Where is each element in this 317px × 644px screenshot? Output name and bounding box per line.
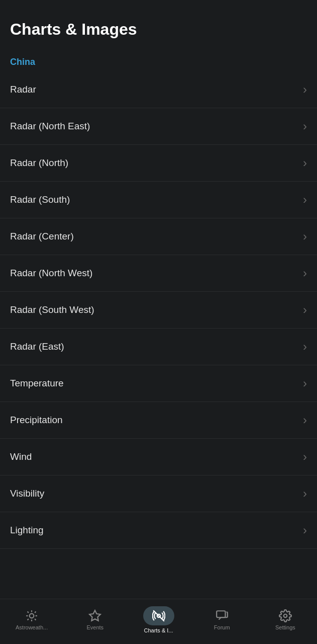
menu-item-label: Lighting [10, 525, 44, 536]
svg-point-13 [284, 614, 287, 617]
menu-item[interactable]: Radar (South West) [0, 292, 317, 329]
menu-item[interactable]: Visibility [0, 475, 317, 512]
forum-icon [216, 609, 229, 622]
nav-label-events: Events [86, 624, 103, 630]
chevron-right-icon [303, 376, 307, 390]
svg-line-8 [28, 619, 29, 620]
nav-item-forum[interactable]: Forum [190, 609, 254, 630]
menu-item-label: Wind [10, 451, 32, 462]
menu-item[interactable]: Radar [0, 71, 317, 108]
nav-item-settings[interactable]: Settings [254, 609, 317, 630]
svg-line-6 [35, 619, 36, 620]
main-content: Charts & Images China RadarRadar (North … [0, 0, 317, 599]
menu-item[interactable]: Radar (North West) [0, 255, 317, 292]
chevron-right-icon [303, 229, 307, 244]
menu-item-label: Radar (North) [10, 157, 68, 169]
nav-label-forum: Forum [214, 624, 230, 630]
sun-icon [25, 609, 38, 622]
menu-item-label: Temperature [10, 378, 64, 389]
menu-list: RadarRadar (North East)Radar (North)Rada… [0, 71, 317, 549]
chevron-right-icon [303, 340, 307, 354]
menu-item[interactable]: Precipitation [0, 402, 317, 439]
svg-line-7 [35, 611, 36, 612]
nav-label-settings: Settings [275, 624, 295, 630]
nav-label-astroweather: Astroweath... [16, 624, 48, 630]
nav-item-astroweather[interactable]: Astroweath... [0, 609, 63, 630]
menu-item[interactable]: Lighting [0, 512, 317, 549]
page-header: Charts & Images [0, 0, 317, 49]
svg-marker-9 [89, 610, 100, 621]
menu-item-label: Radar (North West) [10, 268, 92, 279]
star-icon [88, 609, 101, 622]
menu-item[interactable]: Temperature [0, 365, 317, 402]
menu-item[interactable]: Wind [0, 439, 317, 475]
page-title: Charts & Images [10, 20, 307, 39]
satellite-icon [152, 609, 165, 622]
chevron-right-icon [303, 119, 307, 133]
svg-line-5 [28, 611, 29, 612]
menu-item-label: Radar [10, 84, 36, 95]
svg-line-11 [153, 610, 164, 621]
menu-item-label: Radar (South West) [10, 304, 94, 315]
bottom-nav: Astroweath... Events Charts & I... Foru [0, 599, 317, 644]
nav-item-events[interactable]: Events [63, 609, 127, 630]
menu-item[interactable]: Radar (East) [0, 329, 317, 365]
svg-point-0 [30, 613, 34, 618]
menu-item-label: Precipitation [10, 415, 63, 426]
menu-item[interactable]: Radar (North) [0, 145, 317, 182]
chevron-right-icon [303, 266, 307, 280]
section-label: China [0, 49, 317, 71]
menu-item-label: Radar (South) [10, 194, 70, 205]
chevron-right-icon [303, 83, 307, 97]
nav-label-charts: Charts & I... [144, 627, 173, 633]
chevron-right-icon [303, 193, 307, 207]
gear-icon [279, 609, 292, 622]
chevron-right-icon [303, 413, 307, 427]
active-bg [143, 606, 174, 625]
nav-item-charts[interactable]: Charts & I... [127, 606, 190, 633]
chevron-right-icon [303, 156, 307, 170]
chevron-right-icon [303, 523, 307, 537]
chevron-right-icon [303, 450, 307, 464]
menu-item-label: Radar (Center) [10, 231, 74, 242]
chevron-right-icon [303, 303, 307, 317]
menu-item-label: Radar (East) [10, 341, 64, 352]
menu-item[interactable]: Radar (North East) [0, 108, 317, 145]
menu-item[interactable]: Radar (Center) [0, 218, 317, 255]
svg-rect-12 [217, 611, 225, 617]
menu-item-label: Radar (North East) [10, 121, 90, 132]
chevron-right-icon [303, 487, 307, 501]
menu-item[interactable]: Radar (South) [0, 182, 317, 218]
menu-item-label: Visibility [10, 488, 44, 499]
